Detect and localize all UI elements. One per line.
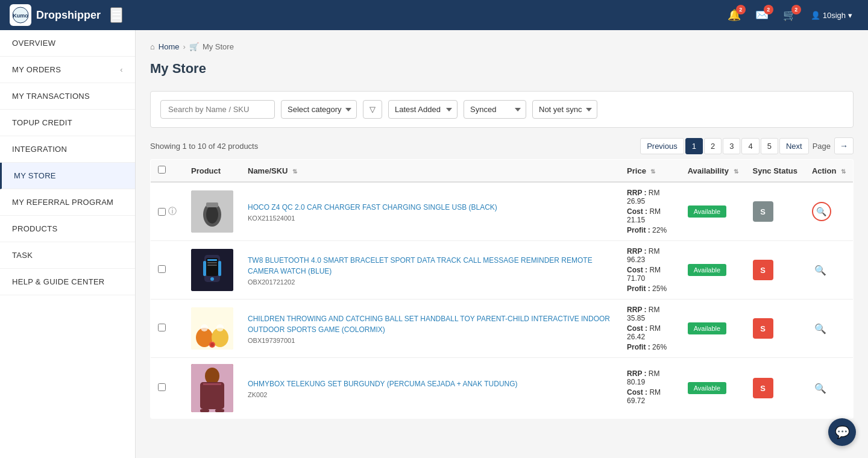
sidebar-item-integration[interactable]: INTEGRATION [0, 136, 135, 163]
sidebar-item-my-transactions[interactable]: MY TRANSACTIONS [0, 83, 135, 110]
sort-icon: ⇅ [650, 168, 655, 175]
row-price-cell: RRP : RM 80.19 Cost : RM 69.72 [620, 358, 681, 419]
hamburger-button[interactable]: ☰ [110, 7, 122, 23]
svg-rect-25 [203, 383, 221, 385]
header-action[interactable]: Action ⇅ [805, 160, 854, 183]
sidebar-item-label: HELP & GUIDE CENTER [12, 277, 105, 286]
sidebar-item-help[interactable]: HELP & GUIDE CENTER [0, 269, 135, 295]
row-namesku-cell: CHILDREN THROWING AND CATCHING BALL SET … [241, 300, 620, 358]
svg-text:Kumo: Kumo [13, 13, 28, 19]
sidebar-item-products[interactable]: PRODUCTS [0, 216, 135, 242]
action-search-button[interactable]: 🔍 [812, 202, 831, 221]
price-rrp: RRP : RM 35.85 [627, 306, 673, 322]
svg-point-23 [205, 368, 219, 384]
row-sync-cell: S [746, 300, 805, 358]
sidebar-item-label: MY STORE [14, 171, 56, 180]
product-image [191, 249, 233, 291]
price-cost: Cost : RM 21.15 [627, 207, 673, 224]
select-all-checkbox[interactable] [158, 166, 166, 174]
previous-button[interactable]: Previous [640, 138, 684, 154]
row-action-cell: 🔍 [805, 358, 854, 419]
topnav-right: 🔔 2 ✉️ 2 🛒 2 👤 10sigh ▾ [722, 4, 858, 27]
breadcrumb-home[interactable]: Home [159, 42, 180, 51]
row-sync-cell: S [746, 182, 805, 241]
row-checkbox[interactable] [158, 324, 166, 331]
sort-select[interactable]: Latest Added Oldest Added [388, 100, 458, 119]
chat-bubble[interactable]: 💬 [828, 418, 856, 446]
breadcrumb-separator: › [183, 42, 186, 51]
action-search-button[interactable]: 🔍 [812, 262, 829, 278]
header-availability[interactable]: Availability ⇅ [681, 160, 746, 183]
price-profit: Profit : 22% [627, 226, 673, 234]
sidebar-item-my-referral[interactable]: MY REFERRAL PROGRAM [0, 189, 135, 216]
notifications-button[interactable]: 🔔 2 [722, 4, 747, 27]
action-search-button[interactable]: 🔍 [812, 321, 829, 337]
next-button[interactable]: Next [779, 138, 809, 154]
sidebar-item-my-orders[interactable]: MY ORDERS ‹ [0, 57, 135, 83]
product-image [191, 307, 233, 350]
sidebar-item-label: MY ORDERS [12, 65, 61, 74]
row-checkbox-cell [151, 300, 184, 358]
sidebar-item-topup-credit[interactable]: TOPUP CREDIT [0, 110, 135, 136]
shopify-icon: S [760, 207, 766, 216]
product-name: HOCO Z4 QC 2.0 CAR CHARGER FAST CHARGING… [248, 202, 612, 213]
page-button-3[interactable]: 3 [723, 138, 740, 154]
category-select[interactable]: Select category [281, 100, 357, 119]
messages-badge: 2 [764, 5, 773, 14]
pagination-row: Showing 1 to 10 of 42 products Previous … [150, 137, 854, 154]
sync-select[interactable]: Synced Not Synced [464, 100, 526, 119]
availability-badge: Available [688, 205, 726, 218]
sidebar-item-label: PRODUCTS [12, 224, 57, 233]
chevron-down-icon: ▾ [848, 11, 852, 20]
sync-status-select[interactable]: Not yet sync Synced [532, 100, 597, 119]
sidebar-item-task[interactable]: TASK [0, 242, 135, 269]
pagination: Previous 1 2 3 4 5 Next Page → [640, 137, 854, 154]
header-namesku[interactable]: Name/SKU ⇅ [241, 160, 620, 183]
filter-icon-button[interactable]: ▽ [363, 100, 382, 119]
header-price[interactable]: Price ⇅ [620, 160, 681, 183]
page-title: My Store [150, 61, 854, 77]
sort-icon: ⇅ [292, 168, 297, 175]
sync-button-red[interactable]: S [753, 378, 773, 398]
page-button-4[interactable]: 4 [741, 138, 759, 154]
messages-button[interactable]: ✉️ 2 [749, 4, 775, 27]
product-name: TW8 BLUETOOTH 4.0 SMART BRACELET SPORT D… [248, 255, 612, 277]
search-input[interactable] [160, 100, 275, 119]
notifications-badge: 2 [736, 5, 746, 14]
row-checkbox[interactable] [158, 265, 166, 273]
row-checkbox[interactable] [158, 208, 166, 216]
svg-rect-27 [215, 409, 224, 412]
product-sku: OBX197397001 [248, 337, 612, 344]
row-product-cell [184, 241, 241, 300]
row-action-cell: 🔍 [805, 300, 854, 358]
action-search-button[interactable]: 🔍 [812, 380, 829, 397]
page-button-1[interactable]: 1 [685, 138, 703, 154]
sync-button-red[interactable]: S [753, 260, 773, 280]
chevron-left-icon: ‹ [120, 65, 123, 74]
sidebar-item-overview[interactable]: OVERVIEW [0, 30, 135, 57]
page-button-5[interactable]: 5 [761, 138, 778, 154]
svg-rect-10 [207, 262, 217, 263]
sidebar-item-label: OVERVIEW [12, 39, 55, 48]
product-name: CHILDREN THROWING AND CATCHING BALL SET … [248, 313, 612, 335]
table-row: TW8 BLUETOOTH 4.0 SMART BRACELET SPORT D… [151, 241, 854, 300]
search-icon: 🔍 [814, 324, 826, 334]
table-header: Product Name/SKU ⇅ Price ⇅ Availability … [151, 160, 854, 183]
sidebar-resizer[interactable] [133, 30, 135, 458]
sidebar-item-my-store[interactable]: MY STORE [0, 163, 135, 189]
cart-button[interactable]: 🛒 2 [777, 4, 802, 27]
user-name: 10sigh [823, 11, 846, 20]
sort-icon: ⇅ [841, 168, 846, 175]
price-profit: Profit : 26% [627, 343, 673, 351]
user-menu[interactable]: 👤 10sigh ▾ [805, 11, 858, 20]
svg-rect-9 [207, 259, 217, 261]
sync-button-red[interactable]: S [753, 318, 773, 339]
header-sync-status: Sync Status [746, 160, 805, 183]
page-button-2[interactable]: 2 [704, 138, 722, 154]
svg-rect-11 [207, 265, 217, 266]
row-namesku-cell: OHMYBOX TELEKUNG SET BURGUNDY (PERCUMA S… [241, 358, 620, 419]
search-icon: 🔍 [816, 207, 826, 216]
page-forward-button[interactable]: → [834, 137, 854, 154]
sync-button-gray[interactable]: S [753, 201, 773, 222]
row-checkbox[interactable] [158, 383, 166, 391]
